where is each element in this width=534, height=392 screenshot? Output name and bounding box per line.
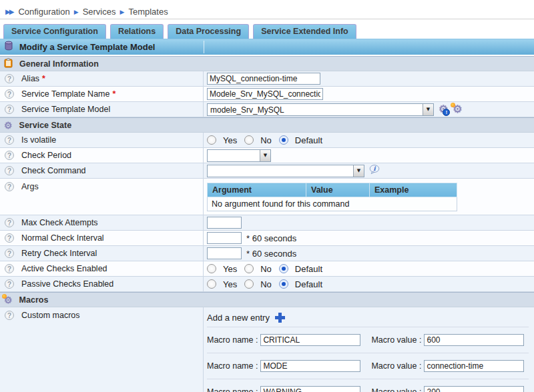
help-icon[interactable]: ?: [5, 218, 14, 227]
passive-checks-radio-yes[interactable]: [207, 279, 216, 289]
radio-label: Yes: [223, 279, 237, 289]
help-icon[interactable]: ?: [5, 135, 14, 145]
template-model-select[interactable]: modele_Srv_MySQL ▼: [207, 103, 434, 116]
help-icon[interactable]: ?: [5, 166, 14, 175]
dropdown-arrow-icon[interactable]: ▼: [353, 165, 364, 177]
macro-value-input[interactable]: [424, 386, 524, 392]
tab-service-extended-info[interactable]: Service Extended Info: [253, 24, 356, 39]
normal-check-interval-label: Normal Check Interval: [21, 233, 104, 243]
section-service-state: ⚙ Service State: [0, 117, 534, 133]
macro-value-input[interactable]: [424, 360, 524, 372]
template-name-input[interactable]: [207, 88, 323, 100]
help-icon[interactable]: ?: [5, 74, 14, 83]
help-icon[interactable]: ?: [5, 279, 14, 289]
custom-macros-editor: Add a new entry Macro name : Macro value…: [207, 309, 534, 392]
macro-name-label: Macro name :: [207, 361, 258, 371]
database-icon: [5, 41, 13, 53]
passive-checks-radio-default[interactable]: [279, 279, 288, 289]
retry-check-interval-label: Retry Check Interval: [21, 249, 97, 258]
radio-label: Default: [295, 135, 322, 145]
active-checks-label: Active Checks Enabled: [21, 264, 107, 273]
check-period-select[interactable]: ▼: [207, 149, 271, 162]
check-command-select[interactable]: ▼: [207, 165, 364, 177]
macro-row-critical: Macro name : Macro value :: [207, 327, 529, 353]
form-row-check-command: ? Check Command ▼ i: [0, 163, 534, 179]
gear-icon: ⚙: [4, 121, 13, 130]
form-row-template-model: ? Service Template Model modele_Srv_MySQ…: [0, 102, 534, 117]
macro-name-input[interactable]: [260, 386, 360, 392]
tab-data-processing[interactable]: Data Processing: [168, 24, 249, 39]
active-checks-radio-default[interactable]: [279, 264, 288, 273]
help-icon[interactable]: ?: [5, 311, 14, 320]
macro-name-input[interactable]: [260, 334, 360, 346]
help-icon[interactable]: ?: [5, 182, 14, 191]
selected-value: [208, 165, 353, 177]
args-label: Args: [21, 182, 39, 191]
section-general-information: General Information: [0, 56, 534, 71]
normal-check-interval-input[interactable]: [207, 232, 242, 244]
page-title: Modify a Service Template Model: [19, 42, 155, 52]
is-volatile-radio-yes[interactable]: [207, 135, 216, 145]
is-volatile-label: Is volatile: [21, 135, 56, 145]
breadcrumb-configuration[interactable]: Configuration: [18, 7, 69, 17]
required-marker: *: [42, 74, 45, 83]
check-period-label: Check Period: [21, 151, 71, 160]
tab-relations[interactable]: Relations: [110, 24, 164, 39]
active-checks-radio-yes[interactable]: [207, 264, 216, 273]
radio-label: No: [260, 135, 272, 145]
template-edit-gear-icon[interactable]: ⚙: [453, 104, 462, 115]
command-info-bubble-icon[interactable]: i: [369, 165, 380, 177]
macro-row-mode: Macro name : Macro value :: [207, 353, 529, 379]
tab-service-configuration[interactable]: Service Configuration: [3, 24, 106, 39]
retry-check-interval-input[interactable]: [207, 247, 242, 259]
custom-macros-label: Custom macros: [21, 311, 80, 320]
required-marker: *: [112, 89, 115, 99]
section-macros: ⚙ Macros: [0, 292, 534, 307]
help-icon[interactable]: ?: [5, 151, 14, 160]
active-checks-radio-no[interactable]: [244, 264, 254, 273]
help-icon[interactable]: ?: [5, 89, 14, 99]
gear-star-icon: ⚙: [4, 295, 13, 305]
template-info-gear-icon[interactable]: ⚙: [439, 104, 448, 115]
help-icon[interactable]: ?: [5, 233, 14, 243]
args-col-example: Example: [370, 183, 457, 197]
help-icon[interactable]: ?: [5, 249, 14, 258]
radio-label: No: [260, 279, 272, 289]
add-entry-label: Add a new entry: [207, 313, 270, 323]
is-volatile-radio-no[interactable]: [244, 135, 254, 145]
radio-label: Yes: [223, 264, 237, 274]
arrow-icon: ▶: [120, 9, 125, 15]
help-icon[interactable]: ?: [5, 105, 14, 114]
selected-value: modele_Srv_MySQL: [208, 104, 423, 115]
macro-value-input[interactable]: [424, 334, 524, 346]
add-macro-plus-icon[interactable]: [275, 313, 285, 323]
max-check-attempts-input[interactable]: [207, 217, 242, 229]
is-volatile-radio-default[interactable]: [279, 135, 288, 145]
radio-label: No: [260, 264, 272, 274]
selected-value: [208, 150, 260, 161]
macro-name-input[interactable]: [260, 360, 360, 372]
macro-row-warning: Macro name : Macro value :: [207, 379, 529, 392]
breadcrumb-services[interactable]: Services: [83, 7, 116, 17]
macro-name-label: Macro name :: [207, 387, 258, 392]
dropdown-arrow-icon[interactable]: ▼: [423, 104, 433, 115]
args-col-argument: Argument: [208, 183, 306, 197]
interval-suffix: * 60 seconds: [246, 233, 296, 243]
arrow-icon: ▶: [74, 9, 79, 15]
dropdown-arrow-icon[interactable]: ▼: [260, 150, 270, 161]
template-model-label: Service Template Model: [21, 105, 110, 114]
form-row-template-name: ? Service Template Name *: [0, 87, 534, 102]
args-col-value: Value: [306, 183, 370, 197]
macro-value-label: Macro value :: [371, 335, 421, 345]
alias-input[interactable]: [207, 73, 320, 85]
form-row-args: ? Args Argument Value Example No argumen…: [0, 179, 534, 215]
passive-checks-label: Passive Checks Enabled: [21, 279, 113, 289]
breadcrumb-templates[interactable]: Templates: [128, 7, 168, 17]
passive-checks-radio-no[interactable]: [244, 279, 254, 289]
form-row-retry-check-interval: ? Retry Check Interval * 60 seconds: [0, 246, 534, 261]
form-row-custom-macros: ? Custom macros Add a new entry Macro na…: [0, 307, 534, 392]
help-icon[interactable]: ?: [5, 264, 14, 273]
radio-label: Yes: [223, 135, 237, 145]
radio-label: Default: [295, 279, 322, 289]
clipboard-icon: [4, 58, 13, 70]
